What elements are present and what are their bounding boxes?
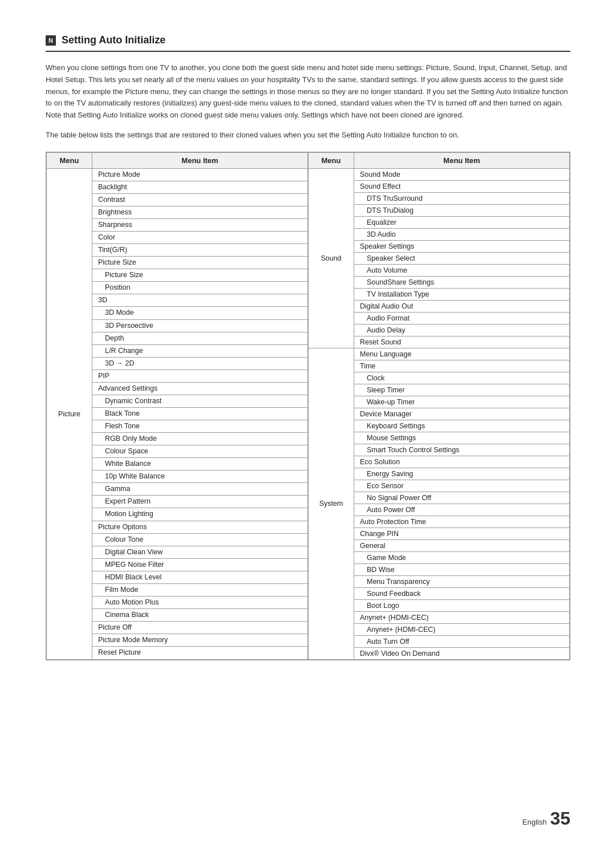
menu-item: Auto Protection Time	[354, 516, 570, 528]
section-icon: N	[46, 35, 56, 46]
menu-item: Film Mode	[92, 583, 308, 596]
menu-item: Smart Touch Control Settings	[354, 444, 570, 456]
sub-paragraph: The table below lists the settings that …	[46, 129, 570, 141]
title-text: Setting Auto Initialize	[62, 34, 165, 46]
menu-item: 3D → 2D	[92, 357, 308, 370]
section-title: N Setting Auto Initialize	[46, 34, 570, 52]
menu-item: Reset Sound	[354, 336, 570, 348]
menu-item: Picture Opitons	[92, 521, 308, 533]
menu-item: Black Tone	[92, 407, 308, 420]
menu-item: 3D Mode	[92, 307, 308, 319]
menu-item: Flesh Tone	[92, 420, 308, 433]
menu-item: Game Mode	[354, 551, 570, 563]
menu-item: Dynamic Contrast	[92, 395, 308, 407]
menu-item: Sound Feedback	[354, 587, 570, 599]
menu-item: Advanced Settings	[92, 382, 308, 395]
menu-item: Picture Off	[92, 622, 308, 634]
menu-item: 3D	[92, 294, 308, 307]
menu-item: Clock	[354, 372, 570, 384]
menu-item: TV Installation Type	[354, 288, 570, 300]
menu-item: Digital Clean View	[92, 546, 308, 558]
menu-item: Audio Delay	[354, 324, 570, 336]
menu-item: Sound Effect	[354, 180, 570, 192]
menu-item: Auto Motion Plus	[92, 596, 308, 608]
menu-item: Sleep Timer	[354, 384, 570, 396]
menu-item: Picture Mode	[92, 168, 308, 181]
menu-item: Energy Saving	[354, 468, 570, 480]
table-row: Picture Picture Mode	[47, 168, 308, 181]
menu-item: Anynet+ (HDMI-CEC)	[354, 623, 570, 635]
menu-item: SoundShare Settings	[354, 276, 570, 288]
menu-item: HDMI Black Level	[92, 571, 308, 583]
menu-item: Eco Sensor	[354, 480, 570, 492]
menu-item: Sharpness	[92, 219, 308, 232]
menu-item: BD Wise	[354, 563, 570, 575]
menu-item: Expert Pattern	[92, 496, 308, 508]
menu-label-picture: Picture	[47, 168, 92, 659]
left-col-menu-item: Menu Item	[92, 152, 308, 168]
menu-item: Menu Transparency	[354, 575, 570, 587]
table-row: System Menu Language	[309, 348, 570, 360]
menu-item: Color	[92, 232, 308, 244]
menu-item: Eco Solution	[354, 456, 570, 468]
menu-item: MPEG Noise Filter	[92, 558, 308, 571]
left-col-menu: Menu	[47, 152, 92, 168]
menu-item: Auto Turn Off	[354, 635, 570, 647]
menu-item: DTS TruDialog	[354, 204, 570, 216]
menu-item: 10p White Balance	[92, 470, 308, 483]
menu-item: Keyboard Settings	[354, 420, 570, 432]
menu-item: Backlight	[92, 181, 308, 193]
menu-item: Picture Size	[92, 269, 308, 282]
menu-label-sound: Sound	[309, 168, 354, 348]
menu-item: RGB Only Mode	[92, 433, 308, 445]
menu-item: Auto Volume	[354, 264, 570, 276]
menu-item: Mouse Settings	[354, 432, 570, 444]
page-number: 35	[550, 808, 570, 829]
right-col-menu-item: Menu Item	[354, 152, 570, 168]
menu-item: General	[354, 539, 570, 551]
menu-item: Sound Mode	[354, 168, 570, 180]
menu-item: Contrast	[92, 193, 308, 206]
menu-item: L/R Change	[92, 344, 308, 357]
menu-item: Position	[92, 282, 308, 294]
right-col-menu: Menu	[309, 152, 354, 168]
page: N Setting Auto Initialize When you clone…	[0, 0, 616, 706]
menu-item: DTS TruSurround	[354, 192, 570, 204]
language-label: English	[522, 818, 547, 826]
menu-item: Colour Space	[92, 445, 308, 458]
menu-item: White Balance	[92, 458, 308, 470]
menu-item: Speaker Select	[354, 252, 570, 264]
menu-item: Wake-up Timer	[354, 396, 570, 408]
menu-item: Equalizer	[354, 216, 570, 228]
menu-item: Menu Language	[354, 348, 570, 360]
menu-item: No Signal Power Off	[354, 492, 570, 504]
menu-item: Boot Logo	[354, 599, 570, 611]
menu-item: Tint(G/R)	[92, 244, 308, 257]
menu-item: Anynet+ (HDMI-CEC)	[354, 611, 570, 623]
menu-item: Auto Power Off	[354, 504, 570, 516]
menu-item: Reset Picture	[92, 647, 308, 660]
menu-item: Colour Tone	[92, 533, 308, 546]
menu-item: Device Manager	[354, 408, 570, 420]
left-table: Menu Menu Item Picture Picture Mode Back…	[46, 152, 308, 660]
menu-item: 3D Audio	[354, 228, 570, 240]
menu-item: Gamma	[92, 483, 308, 496]
intro-paragraph: When you clone settings from one TV to a…	[46, 62, 570, 121]
page-footer: English 35	[522, 808, 570, 829]
menu-item: Cinema Black	[92, 608, 308, 621]
tables-container: Menu Menu Item Picture Picture Mode Back…	[46, 152, 570, 660]
menu-item: Divx® Video On Demand	[354, 647, 570, 659]
menu-item: Depth	[92, 332, 308, 344]
menu-item: Audio Format	[354, 312, 570, 324]
menu-item: Change PIN	[354, 528, 570, 539]
table-row: Sound Sound Mode	[309, 168, 570, 180]
menu-item: Digital Audio Out	[354, 300, 570, 312]
menu-item: Motion Lighting	[92, 508, 308, 521]
menu-label-system: System	[309, 348, 354, 659]
menu-item: Picture Mode Memory	[92, 634, 308, 647]
menu-item: PIP	[92, 370, 308, 382]
right-table: Menu Menu Item Sound Sound Mode Sound Ef…	[308, 152, 570, 660]
menu-item: Picture Size	[92, 257, 308, 269]
menu-item: Speaker Settings	[354, 240, 570, 252]
menu-item: Brightness	[92, 206, 308, 218]
